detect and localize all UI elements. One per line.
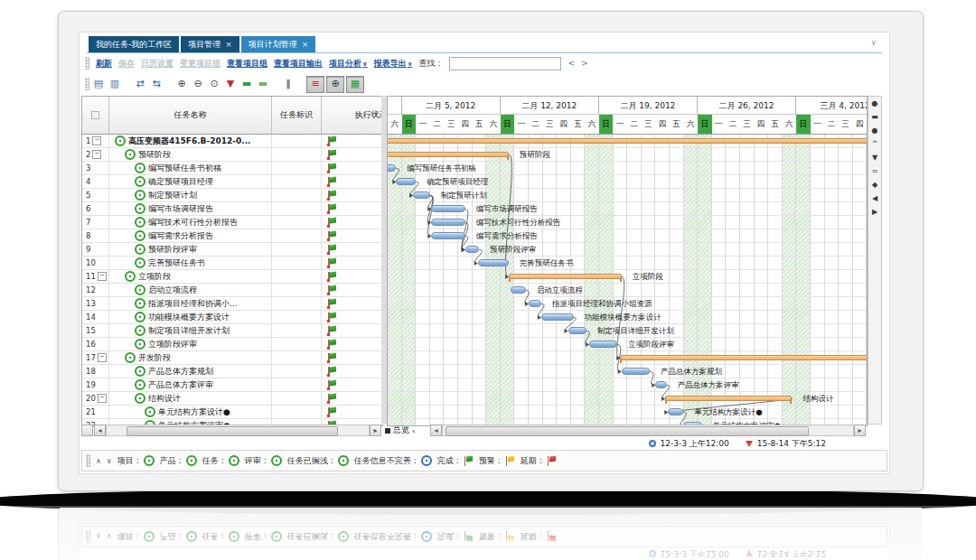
table-row[interactable]: 12启动立项流程: [82, 284, 382, 297]
side-tool-icon[interactable]: ●: [872, 100, 878, 107]
menu-link[interactable]: 刷新: [96, 58, 112, 70]
table-row[interactable]: 7编写技术可行性分析报告: [82, 216, 382, 229]
gantt-scroll-right-icon[interactable]: ▸: [854, 425, 866, 436]
expander-icon[interactable]: −: [98, 394, 107, 403]
table-row[interactable]: 4确定预研项目经理: [82, 175, 382, 189]
table-row[interactable]: 1−高压变频器415F6.B-2012-0...: [82, 135, 382, 148]
zoom-out-icon[interactable]: ⊖: [191, 78, 205, 91]
expander-icon[interactable]: −: [92, 136, 101, 145]
toolbar-drag-handle[interactable]: [85, 78, 89, 90]
tab-close-icon[interactable]: ×: [225, 36, 232, 52]
grid-scroll-left-icon[interactable]: ◂: [94, 425, 106, 436]
grid-scroll-right-icon[interactable]: ▸: [370, 425, 381, 436]
side-tool-icon[interactable]: ◀: [872, 195, 877, 202]
summary-bar[interactable]: [620, 355, 867, 360]
task-bar[interactable]: [431, 232, 465, 239]
print-preview-icon[interactable]: ▥: [108, 78, 122, 91]
menu-link[interactable]: 保存: [118, 58, 135, 70]
table-row[interactable]: 17−开发阶段: [82, 351, 382, 365]
tab-1[interactable]: 我的任务-我的工作区: [89, 36, 179, 52]
table-row[interactable]: 2−预研阶段: [82, 148, 382, 162]
unlink-tasks-icon[interactable]: ⇆: [149, 78, 164, 91]
table-row[interactable]: 20−结构设计: [82, 392, 382, 406]
table-row[interactable]: 6编写市场调研报告: [82, 202, 382, 216]
expander-icon[interactable]: −: [98, 353, 107, 362]
summary-bar[interactable]: [388, 138, 867, 144]
expander-icon[interactable]: −: [98, 272, 107, 281]
task-bar[interactable]: [431, 205, 465, 212]
menu-link[interactable]: 报表导出∨: [374, 58, 413, 70]
side-tool-icon[interactable]: ≈: [872, 168, 878, 175]
task-bar[interactable]: [511, 286, 526, 294]
zoom-fit-icon[interactable]: ⊙: [207, 78, 221, 91]
grid-scrollbar[interactable]: [106, 425, 370, 436]
search-next-icon[interactable]: >: [581, 59, 588, 68]
menu-link[interactable]: 项目分析∨: [329, 58, 368, 70]
gantt-view-toggle[interactable]: ▦: [346, 76, 364, 93]
side-tool-icon[interactable]: ●: [872, 127, 878, 135]
table-row[interactable]: 10完善预研任务书: [82, 257, 382, 270]
side-tool-icon[interactable]: ▶: [872, 209, 877, 216]
select-all-icon[interactable]: [91, 111, 99, 119]
gantt-scroll-left-icon[interactable]: ◂: [430, 425, 442, 436]
side-tool-icon[interactable]: ^: [872, 141, 878, 148]
columns-icon[interactable]: ‖: [281, 78, 296, 91]
table-row[interactable]: 21单元结构方案设计●: [82, 406, 382, 419]
overview-toggle[interactable]: 总览 ‹: [385, 425, 416, 436]
legend-drag-handle[interactable]: [86, 530, 90, 543]
locate-task-toggle[interactable]: ⊕: [326, 76, 344, 93]
task-bar[interactable]: [668, 408, 683, 415]
table-row[interactable]: 9预研阶段评审: [82, 243, 382, 257]
grid-scroll-thumb[interactable]: [127, 426, 338, 436]
table-row[interactable]: 8编写需求分析报告: [82, 229, 382, 243]
search-input[interactable]: [449, 57, 561, 70]
table-row[interactable]: 11−立项阶段: [82, 270, 382, 284]
baseline-icon[interactable]: ▬: [239, 78, 254, 91]
side-tool-icon[interactable]: ▼: [872, 154, 877, 162]
legend-drag-handle[interactable]: [86, 454, 90, 467]
task-bar[interactable]: [413, 191, 430, 199]
expander-icon[interactable]: −: [92, 150, 101, 159]
table-row[interactable]: 15制定项目详细开发计划: [82, 324, 382, 338]
task-bar[interactable]: [465, 246, 480, 253]
table-row[interactable]: 16立项阶段评审: [82, 338, 382, 351]
menu-link[interactable]: 变更项目组: [180, 58, 221, 70]
overview-collapse-icon[interactable]: ‹: [412, 426, 416, 435]
task-bar[interactable]: [589, 341, 617, 348]
task-bar[interactable]: [396, 178, 416, 185]
gantt-scrollbar[interactable]: [442, 425, 854, 436]
task-bar[interactable]: [478, 259, 509, 266]
collapse-chevron-icon[interactable]: ∨: [870, 38, 877, 47]
progress-line-icon[interactable]: ▬: [256, 78, 270, 91]
tab-3[interactable]: 项目计划管理×: [241, 36, 316, 52]
legend-collapse-up-icon[interactable]: ∧: [96, 533, 101, 541]
task-bar[interactable]: [529, 300, 541, 307]
menu-link[interactable]: 日历设置: [141, 58, 174, 70]
menu-link[interactable]: 查看项目组: [227, 58, 267, 70]
table-row[interactable]: 14功能模块概要方案设计: [82, 311, 382, 324]
summary-bar[interactable]: [388, 152, 509, 157]
gantt-scroll-thumb[interactable]: [446, 426, 809, 436]
side-tool-icon[interactable]: ▬: [871, 114, 878, 121]
table-row[interactable]: 19产品总体方案评审: [82, 378, 382, 392]
critical-path-toggle[interactable]: ≡: [306, 76, 324, 93]
legend-collapse-down-icon[interactable]: ∨: [107, 533, 112, 541]
table-row[interactable]: 3编写预研任务书初稿: [82, 162, 382, 175]
summary-bar[interactable]: [665, 396, 792, 401]
print-icon[interactable]: ▤: [91, 78, 106, 91]
task-bar[interactable]: [568, 327, 587, 334]
zoom-in-icon[interactable]: ⊕: [174, 78, 189, 91]
tab-close-icon[interactable]: ×: [302, 36, 309, 52]
side-tool-icon[interactable]: ◆: [872, 182, 877, 189]
link-tasks-icon[interactable]: ⇄: [133, 78, 147, 91]
task-bar[interactable]: [655, 381, 666, 388]
filter-icon[interactable]: ▼: [223, 78, 238, 91]
table-row[interactable]: 18产品总体方案规划: [82, 365, 382, 378]
search-prev-icon[interactable]: <: [568, 59, 575, 68]
table-row[interactable]: 13指派项目经理和协调小...: [82, 297, 382, 311]
legend-collapse-down-icon[interactable]: ∨: [107, 457, 112, 465]
summary-bar[interactable]: [509, 274, 622, 279]
legend-collapse-up-icon[interactable]: ∧: [96, 457, 101, 465]
task-bar[interactable]: [431, 219, 465, 226]
tab-2[interactable]: 项目管理×: [181, 36, 239, 52]
